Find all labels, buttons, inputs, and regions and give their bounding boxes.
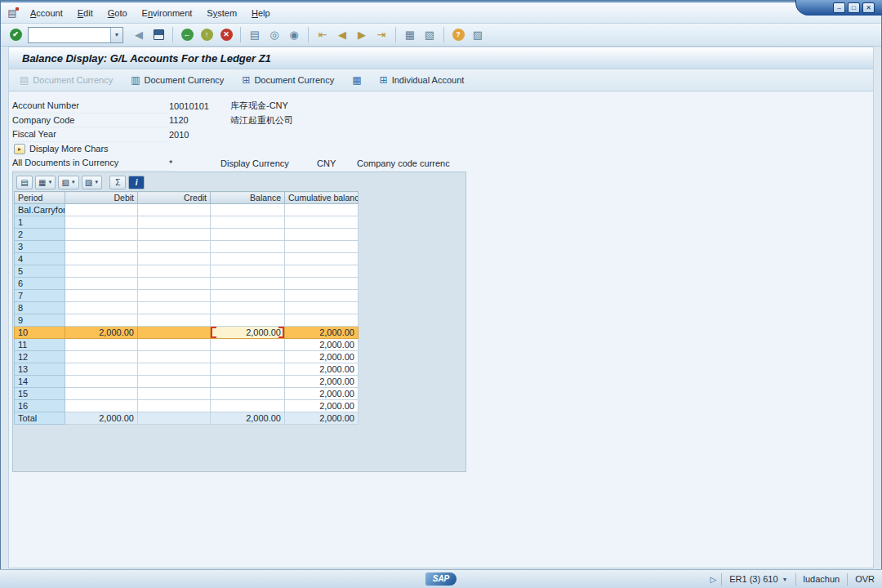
cell-period[interactable]: Bal.Carryforw. — [15, 204, 65, 216]
cell-cumulative[interactable] — [285, 265, 359, 278]
cell-debit[interactable] — [65, 204, 138, 216]
cell-debit[interactable] — [65, 351, 138, 363]
field-value[interactable]: 10010101 — [169, 101, 230, 111]
table-row[interactable]: 162,000.00 — [15, 400, 359, 412]
status-ovr-segment[interactable]: OVR — [847, 573, 882, 586]
cell-credit[interactable] — [138, 339, 211, 351]
cell-debit[interactable] — [65, 216, 138, 229]
cell-credit[interactable] — [138, 265, 211, 278]
document-currency-button-2[interactable]: ▥Document Currency — [128, 74, 226, 87]
column-header-debit[interactable]: Debit — [65, 192, 138, 204]
back-arrow-button[interactable]: ◀ — [130, 26, 148, 44]
table-row[interactable]: 8 — [15, 302, 359, 314]
cell-balance[interactable] — [211, 253, 285, 265]
last-page-button[interactable]: ⇥ — [372, 26, 390, 44]
cell-balance[interactable] — [211, 229, 285, 241]
cell-period[interactable]: 15 — [15, 388, 65, 400]
cell-cumulative[interactable] — [285, 229, 359, 241]
cell-period[interactable]: Total — [15, 412, 65, 425]
cell-credit[interactable] — [138, 204, 211, 216]
cell-cumulative[interactable]: 2,000.00 — [285, 376, 359, 388]
menu-edit[interactable]: Edit — [70, 5, 100, 21]
display-currency-value[interactable]: CNY — [317, 158, 357, 168]
command-field[interactable]: ▼ — [28, 27, 123, 43]
cell-balance[interactable] — [211, 376, 285, 388]
system-menu-icon[interactable]: ▤ — [5, 7, 20, 20]
cell-period[interactable]: 14 — [15, 376, 65, 388]
cell-credit[interactable] — [138, 376, 211, 388]
cell-period[interactable]: 10 — [15, 327, 65, 339]
table-row[interactable]: 1 — [15, 216, 359, 229]
new-session-button[interactable]: ▦ — [401, 26, 419, 44]
choose-layout-icon-dropdown[interactable]: ▼ — [94, 180, 99, 185]
command-dropdown-icon[interactable]: ▼ — [110, 28, 122, 42]
menu-goto[interactable]: Goto — [100, 5, 135, 21]
cell-balance[interactable] — [211, 400, 285, 412]
cell-credit[interactable] — [138, 302, 211, 314]
cell-cumulative[interactable] — [285, 204, 359, 216]
cell-credit[interactable] — [138, 351, 211, 363]
enter-button[interactable]: ✔ — [7, 26, 24, 44]
cell-debit[interactable]: 2,000.00 — [65, 412, 138, 425]
table-row[interactable]: 4 — [15, 253, 359, 265]
cell-balance[interactable]: 2,000.00 — [211, 327, 285, 339]
table-total-row[interactable]: Total2,000.002,000.002,000.00 — [15, 412, 359, 425]
column-header-cumulative-balance[interactable]: Cumulative balance — [285, 192, 359, 204]
find-button[interactable]: ◎ — [265, 26, 283, 44]
first-page-button[interactable]: ⇤ — [314, 26, 332, 44]
display-more-chars-icon[interactable]: ▸ — [14, 144, 25, 154]
table-row[interactable]: 132,000.00 — [15, 363, 359, 376]
document-currency-button-3[interactable]: ⊞Document Currency — [239, 74, 336, 87]
maximize-button[interactable]: □ — [848, 2, 860, 13]
cell-balance[interactable] — [211, 302, 285, 314]
cell-debit[interactable] — [65, 314, 138, 327]
print-button[interactable]: ▤ — [246, 26, 264, 44]
customize-layout-button[interactable]: ▨ — [469, 26, 487, 44]
status-expand-icon[interactable]: ▷ — [710, 575, 717, 584]
cell-credit[interactable] — [138, 388, 211, 400]
send-icon-dropdown[interactable]: ▼ — [71, 180, 76, 185]
cell-period[interactable]: 11 — [15, 339, 65, 351]
cell-balance[interactable] — [211, 339, 285, 351]
totals-button[interactable]: ▦ — [350, 74, 363, 87]
table-row[interactable]: 112,000.00 — [15, 339, 359, 351]
menu-account[interactable]: Account — [23, 5, 70, 21]
cell-credit[interactable] — [138, 216, 211, 229]
table-row[interactable]: 122,000.00 — [15, 351, 359, 363]
table-row[interactable]: 142,000.00 — [15, 376, 359, 388]
cell-period[interactable]: 7 — [15, 290, 65, 302]
table-row[interactable]: 7 — [15, 290, 359, 302]
cell-debit[interactable]: 2,000.00 — [65, 327, 138, 339]
display-more-chars-label[interactable]: Display More Chars — [29, 144, 109, 154]
table-row[interactable]: 152,000.00 — [15, 388, 359, 400]
cell-period[interactable]: 4 — [15, 253, 65, 265]
cell-debit[interactable] — [65, 363, 138, 376]
cell-period[interactable]: 6 — [15, 278, 65, 290]
cell-balance[interactable] — [211, 363, 285, 376]
cell-period[interactable]: 8 — [15, 302, 65, 314]
cell-balance[interactable] — [211, 278, 285, 290]
menu-system[interactable]: System — [199, 5, 244, 21]
previous-page-button[interactable]: ◀ — [333, 26, 351, 44]
table-row[interactable]: 6 — [15, 278, 359, 290]
cell-cumulative[interactable] — [285, 314, 359, 327]
menu-environment[interactable]: Environment — [135, 5, 200, 21]
cell-debit[interactable] — [65, 388, 138, 400]
table-row[interactable]: 9 — [15, 314, 359, 327]
column-header-credit[interactable]: Credit — [138, 192, 211, 204]
cell-credit[interactable] — [138, 278, 211, 290]
save-button[interactable] — [149, 26, 167, 44]
cell-period[interactable]: 13 — [15, 363, 65, 376]
cell-debit[interactable] — [65, 302, 138, 314]
create-shortcut-button[interactable]: ▧ — [421, 26, 439, 44]
cell-cumulative[interactable]: 2,000.00 — [285, 400, 359, 412]
cell-cumulative[interactable] — [285, 253, 359, 265]
export-icon-dropdown[interactable]: ▼ — [47, 180, 52, 185]
cell-credit[interactable] — [138, 241, 211, 253]
status-system-dropdown-icon[interactable]: ▼ — [782, 577, 788, 582]
export-button[interactable]: ▦▼ — [35, 176, 56, 189]
cell-balance[interactable] — [211, 388, 285, 400]
cell-period[interactable]: 5 — [15, 265, 65, 278]
all-documents-value[interactable]: * — [169, 158, 220, 168]
cell-balance[interactable] — [211, 216, 285, 229]
